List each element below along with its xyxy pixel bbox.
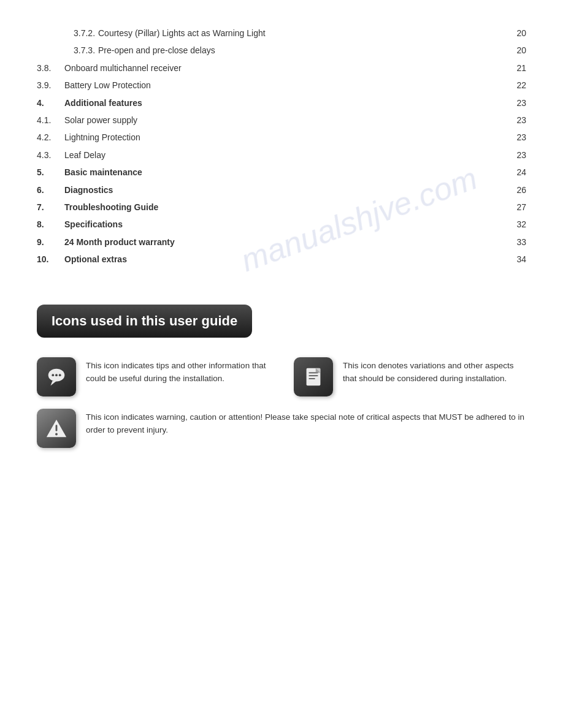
toc-row: 4.3. Leaf Delay 23 bbox=[37, 146, 526, 164]
toc-page-number: 33 bbox=[508, 235, 526, 249]
toc-item-label: Courtesy (Pillar) Lights act as Warning … bbox=[98, 26, 266, 40]
variations-icon-box bbox=[294, 357, 333, 396]
table-of-contents: 3.7.2. Courtesy (Pillar) Lights act as W… bbox=[37, 25, 526, 268]
toc-page-number: 26 bbox=[508, 183, 526, 197]
toc-page-number: 22 bbox=[508, 78, 526, 92]
toc-number: 4. bbox=[37, 96, 64, 110]
toc-number: 4.2. bbox=[37, 131, 64, 144]
toc-item-label: Optional extras bbox=[64, 252, 127, 266]
toc-item-label: Basic maintenance bbox=[64, 165, 142, 179]
svg-marker-1 bbox=[51, 381, 57, 386]
svg-point-2 bbox=[52, 374, 54, 377]
icons-header-title: Icons used in this user guide bbox=[52, 313, 237, 328]
toc-page-number: 27 bbox=[508, 200, 526, 214]
toc-number: 7. bbox=[37, 200, 64, 214]
toc-number: 10. bbox=[37, 252, 64, 266]
icons-grid: This icon indicates tips and other infor… bbox=[37, 357, 526, 448]
toc-item-label: Leaf Delay bbox=[64, 148, 105, 162]
toc-item-label: Pre-open and pre-close delays bbox=[98, 44, 215, 57]
toc-row: 9. 24 Month product warranty 33 bbox=[37, 233, 526, 251]
toc-row: 3.7.2. Courtesy (Pillar) Lights act as W… bbox=[37, 25, 526, 42]
tips-icon-item: This icon indicates tips and other infor… bbox=[37, 357, 269, 396]
toc-row: 4.1. Solar power supply 23 bbox=[37, 112, 526, 129]
toc-row: 6. Diagnostics 26 bbox=[37, 181, 526, 199]
toc-number: 3.8. bbox=[37, 61, 64, 75]
toc-number: 3.9. bbox=[37, 78, 64, 92]
icons-row-2: This icon indicates warning, caution or … bbox=[37, 409, 526, 448]
svg-rect-11 bbox=[56, 425, 58, 431]
toc-number: 3.7.2. bbox=[37, 26, 98, 40]
toc-number: 8. bbox=[37, 218, 64, 231]
svg-point-3 bbox=[55, 374, 58, 377]
warning-icon-box bbox=[37, 409, 76, 448]
toc-page-number: 23 bbox=[508, 148, 526, 162]
icons-section: Icons used in this user guide bbox=[37, 305, 526, 448]
warning-triangle-icon bbox=[45, 417, 68, 440]
toc-item-label: Specifications bbox=[64, 218, 123, 231]
toc-row: 7. Troubleshooting Guide 27 bbox=[37, 199, 526, 216]
toc-page-number: 20 bbox=[508, 26, 526, 40]
toc-item-label: Battery Low Protection bbox=[64, 78, 151, 92]
svg-rect-8 bbox=[308, 378, 315, 379]
tips-icon-description: This icon indicates tips and other infor… bbox=[86, 357, 269, 385]
tips-icon-box bbox=[37, 357, 76, 396]
toc-item-label: Troubleshooting Guide bbox=[64, 200, 158, 214]
toc-item-label: Onboard multichannel receiver bbox=[64, 61, 182, 75]
toc-number: 4.1. bbox=[37, 113, 64, 127]
toc-number: 5. bbox=[37, 165, 64, 179]
toc-number: 3.7.3. bbox=[37, 44, 98, 57]
toc-page-number: 23 bbox=[508, 131, 526, 144]
toc-page-number: 21 bbox=[508, 61, 526, 75]
toc-row: 10. Optional extras 34 bbox=[37, 251, 526, 268]
toc-page-number: 23 bbox=[508, 113, 526, 127]
svg-point-12 bbox=[55, 433, 58, 436]
svg-point-4 bbox=[59, 374, 61, 377]
toc-row: 3.7.3. Pre-open and pre-close delays 20 bbox=[37, 42, 526, 59]
icons-row-1: This icon indicates tips and other infor… bbox=[37, 357, 526, 396]
toc-page-number: 32 bbox=[508, 218, 526, 231]
toc-item-label: 24 Month product warranty bbox=[64, 235, 175, 249]
toc-number: 9. bbox=[37, 235, 64, 249]
toc-row: 4. Additional features 23 bbox=[37, 94, 526, 112]
toc-row: 3.9. Battery Low Protection 22 bbox=[37, 77, 526, 94]
speech-bubble-icon bbox=[45, 365, 68, 389]
icons-section-header: Icons used in this user guide bbox=[37, 305, 252, 338]
toc-page-number: 24 bbox=[508, 165, 526, 179]
toc-page-number: 34 bbox=[508, 252, 526, 266]
toc-row: 8. Specifications 32 bbox=[37, 216, 526, 233]
toc-item-label: Lightning Protection bbox=[64, 131, 140, 144]
toc-page-number: 23 bbox=[508, 96, 526, 110]
toc-item-label: Solar power supply bbox=[64, 113, 137, 127]
toc-page-number: 20 bbox=[508, 44, 526, 57]
variations-icon-item: This icon denotes variations and other a… bbox=[294, 357, 526, 396]
document-icon bbox=[302, 365, 325, 389]
toc-row: 4.2. Lightning Protection 23 bbox=[37, 129, 526, 146]
toc-number: 4.3. bbox=[37, 148, 64, 162]
toc-item-label: Additional features bbox=[64, 96, 142, 110]
variations-icon-description: This icon denotes variations and other a… bbox=[343, 357, 526, 385]
warning-icon-description: This icon indicates warning, caution or … bbox=[86, 409, 526, 436]
svg-rect-7 bbox=[308, 376, 318, 377]
warning-icon-item: This icon indicates warning, caution or … bbox=[37, 409, 526, 448]
toc-row: 5. Basic maintenance 24 bbox=[37, 164, 526, 181]
toc-row: 3.8. Onboard multichannel receiver 21 bbox=[37, 59, 526, 77]
toc-item-label: Diagnostics bbox=[64, 183, 113, 197]
toc-number: 6. bbox=[37, 183, 64, 197]
